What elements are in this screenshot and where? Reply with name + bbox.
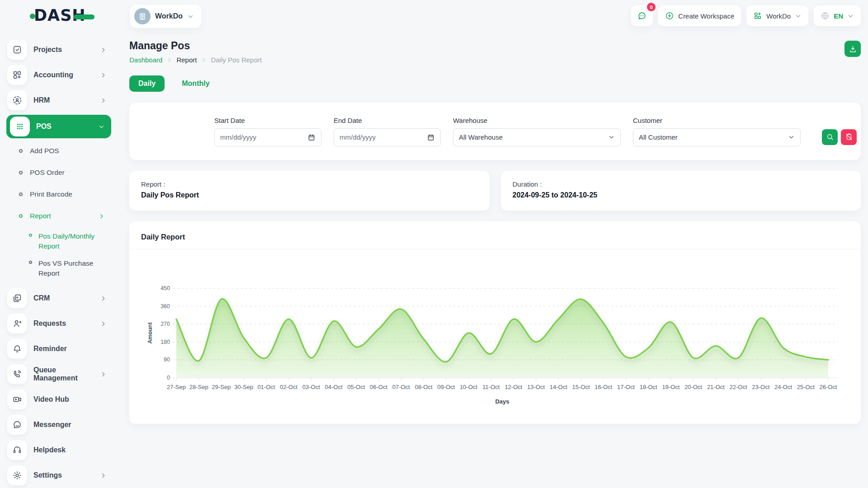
sidebar-subsubitem-pos-daily-monthly-report[interactable]: Pos Daily/Monthly Report — [0, 231, 118, 251]
daily-report-chart-card: Daily Report 090180270360450 27-Sep28-Se… — [129, 221, 861, 424]
sidebar-subitem-label: Report — [30, 212, 51, 220]
sidebar-subitem-report[interactable]: Report — [0, 205, 118, 227]
sidebar-item-accounting[interactable]: Accounting — [0, 62, 118, 88]
svg-text:270: 270 — [160, 321, 170, 327]
warehouse-select[interactable]: All Warehouse — [453, 128, 621, 146]
sidebar-item-label: HRM — [33, 96, 50, 104]
sidebar-item-projects[interactable]: Projects — [0, 37, 118, 62]
sidebar-subsubitem-pos-vs-purchase-report[interactable]: Pos VS Purchase Report — [0, 258, 118, 278]
breadcrumb-report[interactable]: Report — [176, 56, 197, 64]
duration-label: Duration : — [513, 180, 849, 188]
sidebar-subitem-label: Add POS — [30, 147, 59, 155]
hrm-icon — [7, 90, 27, 110]
svg-text:18-Oct: 18-Oct — [640, 384, 657, 390]
svg-text:10-Oct: 10-Oct — [460, 384, 477, 390]
start-date-field: Start Date mm/dd/yyyy — [214, 117, 321, 146]
plus-circle-icon — [665, 11, 674, 20]
tab-daily[interactable]: Daily — [129, 75, 165, 92]
svg-text:28-Sep: 28-Sep — [189, 384, 208, 390]
sidebar-item-video-hub[interactable]: Video Hub — [0, 387, 118, 412]
customer-select[interactable]: All Customer — [633, 128, 801, 146]
svg-text:21-Oct: 21-Oct — [707, 384, 725, 390]
sidebar-item-label: Accounting — [33, 71, 73, 79]
breadcrumb-daily-pos-report: Daily Pos Report — [211, 56, 262, 64]
search-icon — [826, 133, 834, 141]
globe-icon — [821, 11, 830, 20]
sidebar-item-requests[interactable]: Requests — [0, 311, 118, 336]
reset-filters-button[interactable] — [841, 129, 857, 145]
start-date-label: Start Date — [214, 117, 321, 124]
sidebar-item-label: Reminder — [33, 345, 67, 353]
language-label: EN — [834, 12, 843, 20]
user-workspace-menu[interactable]: WorkDo — [746, 5, 808, 26]
breadcrumb-dashboard[interactable]: Dashboard — [129, 56, 162, 64]
crm-icon — [7, 288, 27, 308]
sidebar-item-queue-management[interactable]: Queue Management — [0, 361, 118, 387]
sidebar-item-label: Requests — [33, 319, 66, 328]
chevron-down-icon — [847, 13, 854, 19]
svg-text:14-Oct: 14-Oct — [550, 384, 567, 390]
sidebar-subsubitem-label: Pos Daily/Monthly Report — [38, 231, 106, 251]
top-header: DASH WorkDo 0 Create Workspace WorkDo EN — [0, 0, 868, 33]
chart-title: Daily Report — [141, 233, 849, 241]
breadcrumb: DashboardReportDaily Pos Report — [129, 56, 262, 64]
chevron-right-icon — [100, 371, 107, 378]
requests-icon — [7, 314, 27, 333]
area-fill — [176, 299, 828, 378]
workspace-name: WorkDo — [155, 12, 183, 20]
svg-text:17-Oct: 17-Oct — [617, 384, 635, 390]
daily-report-area-chart: 090180270360450 27-Sep28-Sep29-Sep30-Sep… — [129, 249, 861, 411]
sidebar-subitem-print-barcode[interactable]: Print Barcode — [0, 183, 118, 205]
search-button[interactable] — [822, 129, 838, 145]
create-workspace-button[interactable]: Create Workspace — [658, 5, 741, 26]
calendar-icon[interactable] — [307, 133, 316, 141]
svg-text:24-Oct: 24-Oct — [774, 384, 792, 390]
svg-text:15-Oct: 15-Oct — [572, 384, 590, 390]
svg-text:13-Oct: 13-Oct — [527, 384, 545, 390]
svg-text:08-Oct: 08-Oct — [415, 384, 432, 390]
chevron-down-icon — [98, 123, 105, 130]
svg-text:16-Oct: 16-Oct — [594, 384, 612, 390]
sidebar-subitem-add-pos[interactable]: Add POS — [0, 140, 118, 162]
chevron-down-icon — [788, 134, 795, 141]
sidebar-item-reminder[interactable]: Reminder — [0, 336, 118, 361]
chevron-right-icon — [100, 320, 107, 327]
sidebar-item-hrm[interactable]: HRM — [0, 88, 118, 113]
svg-text:01-Oct: 01-Oct — [257, 384, 275, 390]
svg-text:07-Oct: 07-Oct — [392, 384, 410, 390]
brand-logo[interactable]: DASH — [30, 6, 94, 24]
user-workspace-label: WorkDo — [766, 12, 791, 20]
bullet-icon — [19, 149, 23, 153]
calendar-icon[interactable] — [427, 133, 435, 141]
logo-bar-accent — [74, 14, 94, 19]
chevron-right-icon — [100, 295, 107, 302]
end-date-input[interactable]: mm/dd/yyyy — [334, 128, 441, 146]
report-label: Report : — [141, 180, 478, 188]
language-selector[interactable]: EN — [814, 5, 861, 26]
svg-text:450: 450 — [160, 285, 170, 291]
sidebar-item-settings[interactable]: Settings — [0, 463, 118, 488]
start-date-input[interactable]: mm/dd/yyyy — [214, 128, 321, 146]
bullet-icon — [29, 261, 32, 264]
report-period-tabs: DailyMonthly — [129, 75, 861, 92]
messages-badge: 0 — [647, 3, 656, 11]
sidebar-item-helpdesk[interactable]: Helpdesk — [0, 437, 118, 463]
tab-monthly[interactable]: Monthly — [173, 75, 218, 92]
bullet-icon — [19, 171, 23, 174]
download-report-button[interactable] — [844, 41, 861, 57]
messages-button[interactable]: 0 — [631, 5, 653, 26]
sidebar-subitem-pos-order[interactable]: POS Order — [0, 162, 118, 183]
svg-text:30-Sep: 30-Sep — [234, 384, 253, 390]
chevron-right-icon — [100, 97, 107, 104]
svg-text:09-Oct: 09-Oct — [437, 384, 455, 390]
sidebar-item-messenger[interactable]: Messenger — [0, 412, 118, 437]
sidebar-item-pos[interactable]: POS — [6, 115, 111, 138]
svg-text:11-Oct: 11-Oct — [482, 384, 500, 390]
svg-text:27-Sep: 27-Sep — [167, 384, 186, 390]
svg-text:0: 0 — [167, 375, 170, 381]
chevron-right-icon — [98, 213, 105, 220]
eraser-icon — [845, 133, 853, 141]
sidebar-item-crm[interactable]: CRM — [0, 286, 118, 311]
workspace-switcher[interactable]: WorkDo — [130, 5, 201, 28]
sidebar-nav: ProjectsAccountingHRMPOSAdd POSPOS Order… — [0, 33, 118, 488]
